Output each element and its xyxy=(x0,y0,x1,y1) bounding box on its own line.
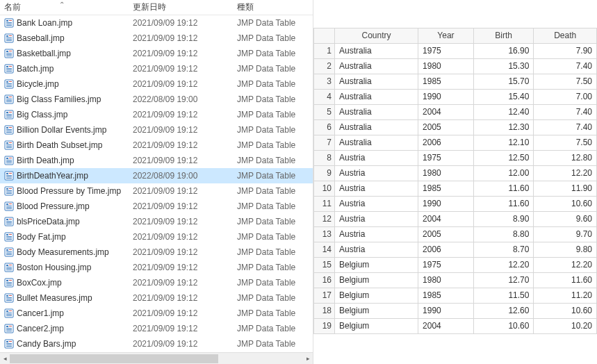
row-number-cell[interactable]: 4 xyxy=(314,89,335,104)
row-number-cell[interactable]: 8 xyxy=(314,150,335,165)
data-cell[interactable]: Australia xyxy=(335,104,418,119)
data-cell[interactable]: 2006 xyxy=(418,135,474,150)
row-number-cell[interactable]: 5 xyxy=(314,104,335,119)
data-cell[interactable]: 10.60 xyxy=(534,196,597,211)
data-cell[interactable]: 2004 xyxy=(418,318,474,333)
data-cell[interactable]: 10.60 xyxy=(534,303,597,318)
data-cell[interactable]: 12.10 xyxy=(473,135,534,150)
row-number-cell[interactable]: 17 xyxy=(314,288,335,303)
table-row[interactable]: 15Belgium197512.2012.20 xyxy=(314,257,597,272)
data-cell[interactable]: Australia xyxy=(335,58,418,74)
data-cell[interactable]: 1975 xyxy=(418,150,474,165)
table-row[interactable]: 17Belgium198511.5011.20 xyxy=(314,288,597,303)
data-cell[interactable]: 1990 xyxy=(418,89,474,104)
data-cell[interactable]: Australia xyxy=(335,43,418,58)
file-row[interactable]: Blood Pressure by Time.jmp2021/09/09 19:… xyxy=(0,183,313,199)
file-row[interactable]: Big Class Families.jmp2022/08/09 19:00JM… xyxy=(0,92,313,107)
table-row[interactable]: 11Austria199011.6010.60 xyxy=(314,196,597,211)
data-cell[interactable]: 11.50 xyxy=(473,288,534,303)
data-cell[interactable]: 7.40 xyxy=(534,104,597,119)
table-row[interactable]: 8Austria197512.5012.80 xyxy=(314,150,597,165)
file-row[interactable]: Candy Bars.jmp2021/09/09 19:12JMP Data T… xyxy=(0,336,313,351)
data-cell[interactable]: Belgium xyxy=(335,303,418,318)
data-cell[interactable]: 10.20 xyxy=(534,318,597,333)
data-cell[interactable]: Austria xyxy=(335,211,418,226)
data-cell[interactable]: 1985 xyxy=(418,288,474,303)
row-number-cell[interactable]: 11 xyxy=(314,196,335,211)
row-number-cell[interactable]: 1 xyxy=(314,43,335,58)
row-number-cell[interactable]: 18 xyxy=(314,303,335,318)
data-cell[interactable]: 15.70 xyxy=(473,74,534,89)
data-cell[interactable]: 2004 xyxy=(418,104,474,119)
data-cell[interactable]: 12.20 xyxy=(534,257,597,272)
data-cell[interactable]: 11.60 xyxy=(534,272,597,288)
row-number-cell[interactable]: 7 xyxy=(314,135,335,150)
row-number-cell[interactable]: 9 xyxy=(314,165,335,181)
column-header-name[interactable]: 名前 ⌃ xyxy=(0,0,129,15)
row-number-cell[interactable]: 10 xyxy=(314,181,335,196)
file-row[interactable]: Bicycle.jmp2021/09/09 19:12JMP Data Tabl… xyxy=(0,76,313,92)
data-cell[interactable]: 2005 xyxy=(418,226,474,242)
table-row[interactable]: 9Austria198012.0012.20 xyxy=(314,165,597,181)
file-row[interactable]: Batch.jmp2021/09/09 19:12JMP Data Table xyxy=(0,61,313,76)
row-number-cell[interactable]: 14 xyxy=(314,242,335,257)
data-cell[interactable]: 7.50 xyxy=(534,74,597,89)
file-row[interactable]: Bullet Measures.jmp2021/09/09 19:12JMP D… xyxy=(0,290,313,306)
table-row[interactable]: 2Australia198015.307.40 xyxy=(314,58,597,74)
file-row[interactable]: Birth Death.jmp2021/09/09 19:12JMP Data … xyxy=(0,153,313,168)
data-cell[interactable]: 8.70 xyxy=(473,242,534,257)
data-cell[interactable]: Belgium xyxy=(335,257,418,272)
data-cell[interactable]: 1975 xyxy=(418,43,474,58)
data-cell[interactable]: Belgium xyxy=(335,272,418,288)
data-cell[interactable]: 7.40 xyxy=(534,58,597,74)
data-cell[interactable]: 11.60 xyxy=(473,196,534,211)
data-cell[interactable]: Belgium xyxy=(335,288,418,303)
scrollbar-thumb[interactable] xyxy=(10,354,218,363)
data-cell[interactable]: 12.50 xyxy=(473,150,534,165)
data-cell[interactable]: 15.30 xyxy=(473,58,534,74)
data-cell[interactable]: 8.80 xyxy=(473,226,534,242)
data-cell[interactable]: Australia xyxy=(335,74,418,89)
data-cell[interactable]: 9.70 xyxy=(534,226,597,242)
scroll-right-arrow-icon[interactable]: ▸ xyxy=(303,353,313,364)
data-cell[interactable]: 9.80 xyxy=(534,242,597,257)
data-cell[interactable]: 11.60 xyxy=(473,181,534,196)
file-row[interactable]: Blood Pressure.jmp2021/09/09 19:12JMP Da… xyxy=(0,199,313,214)
file-row[interactable]: Baseball.jmp2021/09/09 19:12JMP Data Tab… xyxy=(0,31,313,46)
data-cell[interactable]: Australia xyxy=(335,135,418,150)
table-row[interactable]: 7Australia200612.107.50 xyxy=(314,135,597,150)
file-row[interactable]: BoxCox.jmp2021/09/09 19:12JMP Data Table xyxy=(0,275,313,290)
data-cell[interactable]: 8.90 xyxy=(473,211,534,226)
data-cell[interactable]: 12.30 xyxy=(473,119,534,135)
file-row[interactable]: Big Class.jmp2021/09/09 19:12JMP Data Ta… xyxy=(0,107,313,122)
table-row[interactable]: 12Austria20048.909.60 xyxy=(314,211,597,226)
data-column-header[interactable]: Birth xyxy=(473,28,534,43)
data-cell[interactable]: 12.60 xyxy=(473,303,534,318)
table-row[interactable]: 19Belgium200410.6010.20 xyxy=(314,318,597,333)
data-cell[interactable]: 12.20 xyxy=(534,165,597,181)
data-cell[interactable]: 1990 xyxy=(418,303,474,318)
data-cell[interactable]: 2004 xyxy=(418,211,474,226)
column-header-date[interactable]: 更新日時 xyxy=(129,0,233,15)
file-row[interactable]: Basketball.jmp2021/09/09 19:12JMP Data T… xyxy=(0,46,313,61)
data-cell[interactable]: Austria xyxy=(335,226,418,242)
file-row[interactable]: Bank Loan.jmp2021/09/09 19:12JMP Data Ta… xyxy=(0,15,313,31)
data-cell[interactable]: Austria xyxy=(335,165,418,181)
data-cell[interactable]: 7.90 xyxy=(534,43,597,58)
data-cell[interactable]: 1980 xyxy=(418,165,474,181)
data-column-header[interactable]: Death xyxy=(534,28,597,43)
file-list[interactable]: Bank Loan.jmp2021/09/09 19:12JMP Data Ta… xyxy=(0,15,313,352)
file-row[interactable]: Birth Death Subset.jmp2021/09/09 19:12JM… xyxy=(0,138,313,153)
data-column-header[interactable]: Year xyxy=(418,28,474,43)
row-number-cell[interactable]: 3 xyxy=(314,74,335,89)
data-cell[interactable]: 2006 xyxy=(418,242,474,257)
data-cell[interactable]: 16.90 xyxy=(473,43,534,58)
data-cell[interactable]: 10.60 xyxy=(473,318,534,333)
data-cell[interactable]: 12.00 xyxy=(473,165,534,181)
data-cell[interactable]: 1985 xyxy=(418,74,474,89)
data-cell[interactable]: 15.40 xyxy=(473,89,534,104)
data-cell[interactable]: 12.70 xyxy=(473,272,534,288)
data-cell[interactable]: 12.40 xyxy=(473,104,534,119)
file-row[interactable]: BirthDeathYear.jmp2022/08/09 19:00JMP Da… xyxy=(0,168,313,183)
data-cell[interactable]: 2005 xyxy=(418,119,474,135)
